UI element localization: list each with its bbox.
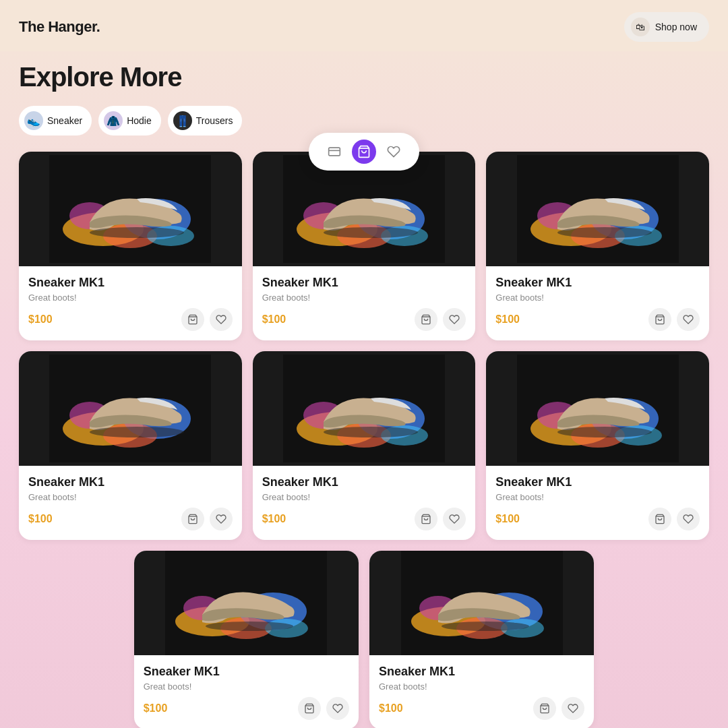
toolbar-card-button[interactable] (322, 140, 346, 164)
add-to-cart-button[interactable] (533, 697, 556, 720)
product-name: Sneaker MK1 (262, 276, 466, 290)
product-desc: Great boots! (262, 492, 466, 502)
product-price: $100 (262, 313, 286, 326)
wishlist-button[interactable] (677, 508, 700, 530)
main-content: Explore More 👟 Sneaker 🧥 Hodie 👖 Trouser… (0, 51, 728, 728)
product-card: Sneaker MK1 Great boots! $100 (253, 152, 476, 340)
tab-trousers[interactable]: 👖 Trousers (168, 106, 243, 135)
product-info: Sneaker MK1 Great boots! $100 (486, 266, 709, 340)
product-image (486, 351, 709, 466)
svg-point-40 (324, 427, 418, 437)
card-actions (533, 697, 584, 720)
product-card: Sneaker MK1 Great boots! $100 (253, 351, 476, 540)
product-price: $100 (495, 513, 520, 525)
card-actions (181, 308, 233, 331)
product-grid-wrapper: Sneaker MK1 Great boots! $100 (19, 152, 709, 540)
sneaker-tab-label: Sneaker (47, 115, 82, 126)
product-card: Sneaker MK1 Great boots! $100 (486, 351, 709, 540)
product-desc: Great boots! (262, 293, 466, 303)
product-footer: $100 (262, 508, 466, 530)
hodie-tab-label: Hodie (127, 115, 152, 126)
product-info: Sneaker MK1 Great boots! $100 (369, 655, 594, 728)
page-title: Explore More (19, 62, 709, 92)
product-footer: $100 (495, 508, 700, 530)
trousers-tab-label: Trousers (196, 115, 233, 126)
wishlist-button[interactable] (443, 308, 466, 331)
wishlist-button[interactable] (326, 697, 349, 720)
product-price: $100 (144, 702, 168, 715)
product-image (486, 152, 709, 266)
toolbar-bag-button[interactable] (352, 140, 376, 164)
hodie-tab-icon: 🧥 (104, 111, 123, 130)
tab-sneaker[interactable]: 👟 Sneaker (19, 106, 92, 135)
product-footer: $100 (28, 308, 233, 331)
product-image (19, 351, 242, 466)
product-card: Sneaker MK1 Great boots! $100 (19, 351, 242, 540)
card-actions (181, 508, 233, 530)
product-info: Sneaker MK1 Great boots! $100 (19, 266, 242, 340)
wishlist-button[interactable] (210, 308, 233, 331)
bag-icon: 🛍 (631, 18, 650, 36)
svg-point-48 (557, 427, 652, 437)
product-footer: $100 (379, 697, 584, 720)
product-price: $100 (262, 513, 286, 525)
svg-point-64 (442, 621, 529, 631)
product-footer: $100 (28, 508, 233, 530)
wishlist-button[interactable] (677, 308, 700, 331)
add-to-cart-button[interactable] (648, 308, 671, 331)
sneaker-tab-icon: 👟 (24, 111, 43, 130)
floating-toolbar (309, 133, 419, 171)
svg-rect-0 (329, 148, 340, 156)
wishlist-button[interactable] (210, 508, 233, 530)
tab-hodie[interactable]: 🧥 Hodie (98, 106, 161, 135)
product-image (19, 152, 242, 266)
product-name: Sneaker MK1 (495, 276, 700, 290)
add-to-cart-button[interactable] (298, 697, 321, 720)
shop-now-button[interactable]: 🛍 Shop now (624, 12, 709, 42)
add-to-cart-button[interactable] (181, 308, 204, 331)
product-footer: $100 (495, 308, 700, 331)
logo: The Hanger. (19, 18, 100, 36)
svg-point-32 (90, 427, 184, 437)
product-card: Sneaker MK1 Great boots! $100 (19, 152, 242, 340)
product-desc: Great boots! (495, 293, 700, 303)
product-name: Sneaker MK1 (28, 276, 233, 290)
card-actions (415, 308, 466, 331)
product-footer: $100 (144, 697, 349, 720)
product-card: Sneaker MK1 Great boots! $100 (134, 551, 359, 728)
add-to-cart-button[interactable] (415, 308, 437, 331)
product-info: Sneaker MK1 Great boots! $100 (19, 466, 242, 540)
product-info: Sneaker MK1 Great boots! $100 (134, 655, 359, 728)
product-info: Sneaker MK1 Great boots! $100 (486, 466, 709, 540)
svg-point-56 (206, 621, 293, 631)
svg-point-9 (90, 227, 184, 238)
product-grid-bottom: Sneaker MK1 Great boots! $100 (19, 551, 709, 728)
card-actions (648, 308, 700, 331)
wishlist-button[interactable] (562, 697, 584, 720)
product-image (369, 551, 594, 655)
product-info: Sneaker MK1 Great boots! $100 (253, 266, 476, 340)
product-grid: Sneaker MK1 Great boots! $100 (19, 152, 709, 540)
card-actions (298, 697, 349, 720)
header: The Hanger. 🛍 Shop now (0, 0, 728, 51)
svg-point-25 (557, 227, 652, 238)
product-desc: Great boots! (28, 492, 233, 502)
product-desc: Great boots! (144, 681, 349, 692)
product-card: Sneaker MK1 Great boots! $100 (486, 152, 709, 340)
shop-now-label: Shop now (655, 22, 697, 32)
add-to-cart-button[interactable] (181, 508, 204, 530)
product-desc: Great boots! (28, 293, 233, 303)
product-card: Sneaker MK1 Great boots! $100 (369, 551, 594, 728)
add-to-cart-button[interactable] (415, 508, 437, 530)
product-price: $100 (379, 702, 403, 715)
wishlist-button[interactable] (443, 508, 466, 530)
toolbar-heart-button[interactable] (382, 140, 406, 164)
product-name: Sneaker MK1 (144, 665, 349, 679)
product-image (253, 351, 476, 466)
category-tabs: 👟 Sneaker 🧥 Hodie 👖 Trousers (19, 106, 709, 135)
svg-point-17 (324, 227, 418, 238)
product-price: $100 (28, 313, 53, 326)
product-name: Sneaker MK1 (379, 665, 584, 679)
product-name: Sneaker MK1 (28, 475, 233, 489)
add-to-cart-button[interactable] (648, 508, 671, 530)
